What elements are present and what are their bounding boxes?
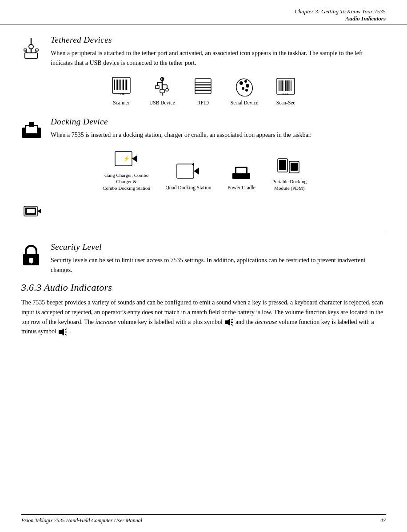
svg-rect-22 <box>156 86 159 88</box>
svg-marker-70 <box>37 209 41 213</box>
gang-charger-label: Gang Charger, Combo Charger & Combo Dock… <box>100 172 153 191</box>
svg-rect-7 <box>36 49 38 51</box>
svg-text:SEE: SEE <box>283 92 289 96</box>
svg-rect-59 <box>177 164 194 178</box>
tethered-title: Tethered Devices <box>51 35 386 45</box>
power-cradle-icon <box>229 160 254 182</box>
svg-marker-76 <box>225 319 230 326</box>
serial-device-icon <box>234 76 255 97</box>
svg-point-35 <box>239 81 243 85</box>
usb-device-label: USB Device <box>149 100 175 106</box>
svg-line-80 <box>231 319 233 320</box>
svg-rect-29 <box>195 79 211 94</box>
usb-device-item: USB Device <box>149 76 176 106</box>
usb-device-icon <box>152 76 173 97</box>
audio-text-3: and the <box>235 319 255 325</box>
scan-see-label: Scan-See <box>276 100 295 106</box>
tethered-text: When a peripheral is attached to the tet… <box>51 48 386 68</box>
svg-rect-66 <box>279 160 286 170</box>
svg-text:1234: 1234 <box>118 92 125 96</box>
audio-text-italic2: decrease <box>255 319 277 325</box>
divider <box>21 234 386 234</box>
svg-point-39 <box>245 89 248 92</box>
footer-right: 47 <box>380 517 386 524</box>
audio-text-2: volume key is labelled with a plus symbo… <box>116 319 224 325</box>
svg-rect-6 <box>24 49 27 51</box>
quad-docking-label: Quad Docking Station <box>166 184 211 191</box>
scanner-item: 1234 Scanner <box>108 76 135 106</box>
docking-text: When a 7535 is inserted in a docking sta… <box>51 130 386 140</box>
volume-up-icon <box>224 318 234 326</box>
svg-rect-54 <box>29 122 34 127</box>
svg-point-38 <box>242 87 244 90</box>
pdm-label: Portable Docking Module (PDM) <box>272 178 307 191</box>
docking-section-icon <box>21 119 43 139</box>
header-section: Audio Indicators <box>21 15 386 22</box>
svg-point-34 <box>234 76 255 96</box>
docking-icon-grid: ⚡ Gang Charger, Combo Charger & Combo Do… <box>21 148 386 191</box>
pdm-icon <box>277 154 302 176</box>
tethered-body: Tethered Devices When a peripheral is at… <box>51 35 386 68</box>
svg-point-36 <box>244 80 247 83</box>
security-title: Security Level <box>51 242 386 252</box>
audio-text-italic1: increase <box>96 319 116 325</box>
svg-rect-3 <box>25 53 37 58</box>
svg-point-1 <box>29 44 33 49</box>
svg-marker-56 <box>132 155 137 162</box>
docking-section: Docking Device When a 7535 is inserted i… <box>21 117 386 140</box>
header-chapter: Chapter 3: Getting To Know Your 7535 <box>21 8 386 15</box>
tethered-icon <box>21 37 43 60</box>
svg-rect-27 <box>160 89 164 93</box>
svg-rect-64 <box>236 168 246 173</box>
security-section-icon <box>21 244 43 266</box>
security-section: Security Level Security levels can be se… <box>21 242 386 275</box>
svg-marker-81 <box>59 328 64 336</box>
page-header: Chapter 3: Getting To Know Your 7535 Aud… <box>0 0 407 24</box>
security-body: Security Level Security levels can be se… <box>51 242 386 275</box>
gang-charger-item: ⚡ Gang Charger, Combo Charger & Combo Do… <box>100 148 153 191</box>
svg-text:⚡: ⚡ <box>123 155 130 162</box>
footer-left: Psion Teklogix 7535 Hand-Held Computer U… <box>21 517 142 524</box>
svg-point-25 <box>166 88 168 91</box>
scan-see-icon: SEE <box>275 76 296 97</box>
svg-line-84 <box>65 329 67 330</box>
page-footer: Psion Teklogix 7535 Hand-Held Computer U… <box>21 514 386 524</box>
svg-point-37 <box>246 84 249 88</box>
scanner-icon: 1234 <box>111 76 132 97</box>
docking-body: Docking Device When a 7535 is inserted i… <box>51 117 386 140</box>
page-container: Chapter 3: Getting To Know Your 7535 Aud… <box>0 0 407 532</box>
security-text: Security levels can be set to limit user… <box>51 256 386 275</box>
svg-rect-68 <box>291 163 298 171</box>
svg-line-83 <box>65 334 67 335</box>
quad-docking-item: 4 Quad Docking Station <box>166 160 211 191</box>
main-content: Tethered Devices When a peripheral is at… <box>0 24 407 345</box>
tethered-icon-grid: 1234 Scanner <box>21 76 386 106</box>
scan-see-item: SEE Scan-See <box>272 76 299 106</box>
scanner-label: Scanner <box>113 100 129 106</box>
svg-line-79 <box>231 324 233 325</box>
svg-rect-53 <box>26 126 37 133</box>
audio-subsection-title: 3.6.3 Audio Indicators <box>21 282 386 293</box>
gang-charger-icon: ⚡ <box>114 148 139 169</box>
svg-rect-72 <box>27 209 35 213</box>
serial-device-item: Serial Device <box>231 76 258 106</box>
volume-down-icon <box>58 328 68 336</box>
power-cradle-item: Power Cradle <box>223 160 259 191</box>
pdm-item: Portable Docking Module (PDM) <box>271 154 307 191</box>
rfid-label: RFID <box>197 100 209 106</box>
rfid-icon <box>192 76 214 97</box>
tethered-section: Tethered Devices When a peripheral is at… <box>21 35 386 68</box>
quad-docking-icon: 4 <box>176 160 201 182</box>
audio-text: The 7535 beeper provides a variety of so… <box>21 298 386 336</box>
rfid-item: RFID <box>190 76 216 106</box>
power-cradle-label: Power Cradle <box>227 184 255 191</box>
docking-title: Docking Device <box>51 117 386 127</box>
charger-standalone-icon <box>21 202 43 223</box>
audio-text-5: . <box>69 328 71 335</box>
svg-marker-61 <box>194 168 199 175</box>
serial-device-label: Serial Device <box>231 100 258 106</box>
svg-text:4: 4 <box>192 162 194 167</box>
